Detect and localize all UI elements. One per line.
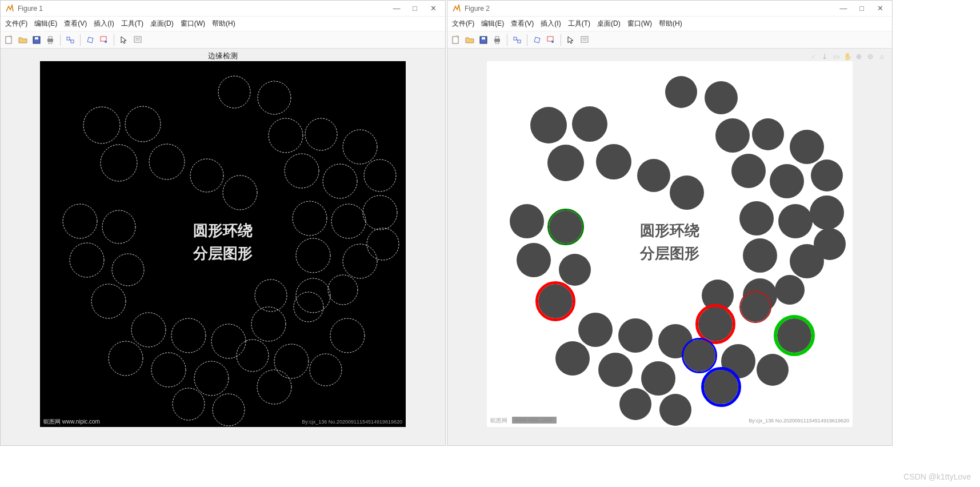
pointer-icon[interactable] [118, 34, 130, 46]
circle [698, 307, 733, 341]
svg-rect-20 [495, 37, 499, 39]
menu-view[interactable]: 查看(V) [511, 19, 534, 29]
menu-edit[interactable]: 编辑(E) [481, 19, 504, 29]
pan-icon[interactable]: ✋ [843, 52, 852, 61]
figure-window-1: Figure 1 — □ ✕ 文件(F) 编辑(E) 查看(V) 插入(I) 工… [0, 0, 446, 446]
circle [743, 238, 777, 273]
minimize-button[interactable]: — [839, 5, 847, 13]
circle [715, 118, 750, 153]
svg-point-11 [105, 41, 107, 43]
maximize-button[interactable]: □ [411, 5, 419, 13]
svg-rect-26 [547, 37, 553, 41]
export-icon[interactable]: ⤓ [820, 52, 829, 61]
watermark-br-1: By:cjx_136 No.20200911154514919619620 [302, 419, 402, 425]
print-icon[interactable] [491, 34, 503, 46]
svg-rect-4 [49, 37, 52, 39]
circle [790, 244, 824, 278]
circle [618, 318, 653, 353]
pointer-icon[interactable] [565, 34, 577, 46]
menu-edit[interactable]: 编辑(E) [34, 19, 57, 29]
menu-insert[interactable]: 插入(I) [541, 19, 561, 29]
menu-insert[interactable]: 插入(I) [94, 19, 114, 29]
svg-rect-12 [134, 37, 141, 42]
data-cursor-icon[interactable] [545, 34, 557, 46]
maximize-button[interactable]: □ [858, 5, 866, 13]
svg-rect-6 [67, 37, 70, 40]
close-button[interactable]: ✕ [429, 5, 437, 13]
link-icon[interactable] [511, 34, 523, 46]
link-icon[interactable] [64, 34, 77, 46]
menu-window[interactable]: 窗口(W) [627, 19, 652, 29]
plot-title: 边缘检测 [1, 51, 445, 61]
svg-rect-22 [514, 37, 517, 40]
circle [739, 201, 774, 235]
window-title: Figure 2 [465, 5, 839, 13]
svg-rect-7 [71, 40, 74, 43]
open-icon[interactable] [463, 34, 476, 46]
circle [665, 76, 697, 108]
menu-window[interactable]: 窗口(W) [181, 19, 205, 29]
svg-rect-25 [534, 37, 540, 43]
open-icon[interactable] [17, 34, 29, 46]
new-figure-icon[interactable] [3, 34, 15, 46]
svg-rect-0 [6, 37, 11, 43]
center-text-line1: 圆形环绕 [640, 222, 699, 239]
center-text-line2: 分层图形 [193, 245, 253, 262]
axes-area: ⟋ ⤓ ▭ ✋ ⊕ ⊖ ⌂ 圆形环绕 分层图形 昵图网 www.nipic.co… [447, 49, 892, 445]
titlebar[interactable]: Figure 1 — □ ✕ [1, 1, 445, 17]
circle [619, 388, 651, 420]
svg-rect-28 [581, 37, 588, 42]
brush-icon[interactable]: ⟋ [809, 52, 818, 61]
circle [705, 81, 738, 114]
svg-rect-19 [494, 39, 500, 42]
menu-tools[interactable]: 工具(T) [121, 19, 143, 29]
close-button[interactable]: ✕ [876, 5, 884, 13]
minimize-button[interactable]: — [393, 5, 401, 13]
menu-desktop[interactable]: 桌面(D) [597, 19, 621, 29]
rotate-icon[interactable] [84, 34, 97, 46]
svg-point-27 [551, 41, 554, 43]
menu-desktop[interactable]: 桌面(D) [150, 19, 174, 29]
circle [598, 353, 633, 387]
toolbar [1, 31, 445, 49]
menubar: 文件(F) 编辑(E) 查看(V) 插入(I) 工具(T) 桌面(D) 窗口(W… [447, 17, 892, 31]
circle [547, 145, 584, 181]
menu-help[interactable]: 帮助(H) [659, 19, 682, 29]
home-icon[interactable]: ⌂ [877, 52, 886, 61]
menu-tools[interactable]: 工具(T) [568, 19, 590, 29]
new-figure-icon[interactable] [450, 34, 462, 46]
datatip-icon[interactable]: ▭ [831, 52, 841, 61]
circle [538, 284, 573, 318]
menu-view[interactable]: 查看(V) [64, 19, 87, 29]
matlab-logo-icon [452, 4, 461, 13]
circle [641, 361, 675, 396]
circle [775, 275, 805, 305]
menu-file[interactable]: 文件(F) [452, 19, 474, 29]
svg-rect-2 [35, 37, 38, 39]
circle [530, 107, 567, 143]
save-icon[interactable] [30, 34, 43, 46]
center-text-line1: 圆形环绕 [193, 222, 253, 239]
zoom-out-icon[interactable]: ⊖ [866, 52, 875, 61]
edit-plot-icon[interactable] [578, 34, 591, 46]
svg-rect-21 [495, 42, 499, 43]
circle [811, 159, 843, 191]
matlab-logo-icon [5, 4, 14, 13]
save-icon[interactable] [477, 34, 490, 46]
toolbar [447, 31, 892, 49]
circle [510, 204, 544, 238]
svg-rect-5 [49, 42, 52, 43]
watermark-br-2: By:cjx_136 No.20200911154514919619620 [749, 418, 849, 424]
svg-rect-3 [47, 39, 53, 42]
print-icon[interactable] [44, 34, 57, 46]
edit-plot-icon[interactable] [131, 34, 144, 46]
menu-file[interactable]: 文件(F) [5, 19, 27, 29]
titlebar[interactable]: Figure 2 — □ ✕ [447, 1, 892, 17]
circle [572, 106, 607, 142]
svg-rect-16 [453, 37, 458, 43]
menu-help[interactable]: 帮助(H) [212, 19, 235, 29]
svg-rect-23 [518, 40, 521, 43]
rotate-icon[interactable] [531, 34, 543, 46]
data-cursor-icon[interactable] [98, 34, 110, 46]
zoom-in-icon[interactable]: ⊕ [854, 52, 863, 61]
